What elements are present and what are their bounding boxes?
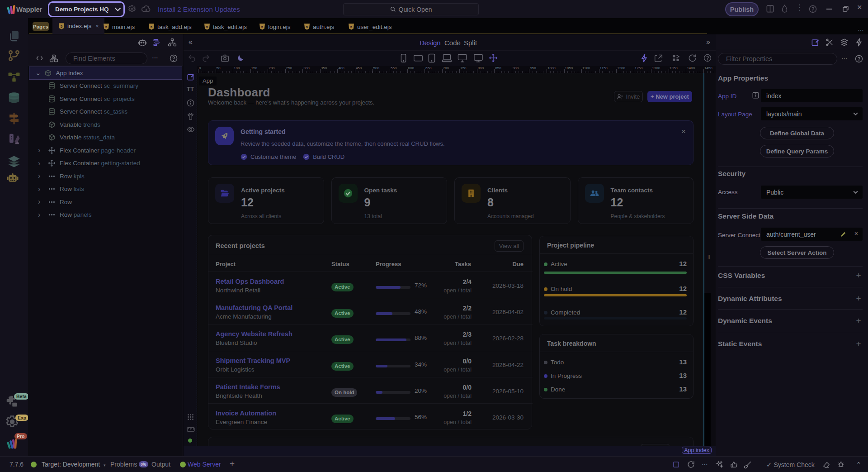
svg-text:5: 5 [61, 24, 63, 28]
svg-text:5: 5 [350, 25, 353, 29]
svg-text:5: 5 [105, 25, 108, 29]
svg-text:5: 5 [306, 25, 308, 29]
svg-text:5: 5 [151, 25, 153, 29]
svg-text:5: 5 [206, 25, 208, 29]
svg-text:5: 5 [261, 25, 264, 29]
